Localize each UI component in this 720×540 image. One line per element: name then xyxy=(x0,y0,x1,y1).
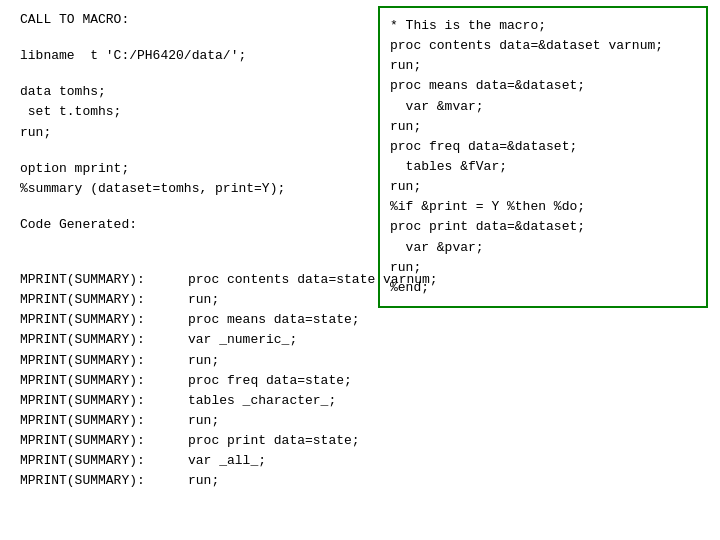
mprint-row-3: MPRINT(SUMMARY):var _numeric_; xyxy=(20,330,710,350)
mprint-row-8: MPRINT(SUMMARY):proc print data=state; xyxy=(20,431,710,451)
macro-line-2: run; xyxy=(390,56,696,76)
code-generated-label: Code Generated: xyxy=(20,215,360,235)
mprint-row-2: MPRINT(SUMMARY):proc means data=state; xyxy=(20,310,710,330)
mprint-label-5: MPRINT(SUMMARY): xyxy=(20,371,188,391)
main-container: CALL TO MACRO: libname t 'C:/PH6420/data… xyxy=(0,0,720,540)
macro-line-8: run; xyxy=(390,177,696,197)
mprint-code-7: run; xyxy=(188,411,710,431)
macro-line-6: proc freq data=&dataset; xyxy=(390,137,696,157)
data-line2: set t.tomhs; xyxy=(20,102,360,122)
mprint-code-5: proc freq data=state; xyxy=(188,371,710,391)
macro-line-3: proc means data=&dataset; xyxy=(390,76,696,96)
mprint-label-3: MPRINT(SUMMARY): xyxy=(20,330,188,350)
mprint-label-4: MPRINT(SUMMARY): xyxy=(20,351,188,371)
block-data: data tomhs; set t.tomhs; run; xyxy=(20,82,360,142)
mprint-code-4: run; xyxy=(188,351,710,371)
mprint-code-8: proc print data=state; xyxy=(188,431,710,451)
mprint-row-5: MPRINT(SUMMARY):proc freq data=state; xyxy=(20,371,710,391)
mprint-row-0: MPRINT(SUMMARY):proc contents data=state… xyxy=(20,270,710,290)
mprint-code-2: proc means data=state; xyxy=(188,310,710,330)
right-panel: * This is the macro;proc contents data=&… xyxy=(378,6,708,308)
mprint-code-10: run; xyxy=(188,471,710,491)
mprint-row-1: MPRINT(SUMMARY):run; xyxy=(20,290,710,310)
macro-line-10: proc print data=&dataset; xyxy=(390,217,696,237)
block-option: option mprint; %summary (dataset=tomhs, … xyxy=(20,159,360,199)
macro-line-9: %if &print = Y %then %do; xyxy=(390,197,696,217)
macro-line-4: var &mvar; xyxy=(390,97,696,117)
data-line1: data tomhs; xyxy=(20,82,360,102)
mprint-row-10: MPRINT(SUMMARY):run; xyxy=(20,471,710,491)
mprint-label-6: MPRINT(SUMMARY): xyxy=(20,391,188,411)
block-call: CALL TO MACRO: xyxy=(20,10,360,30)
option-line1: option mprint; xyxy=(20,159,360,179)
mprint-label-10: MPRINT(SUMMARY): xyxy=(20,471,188,491)
mprint-label-8: MPRINT(SUMMARY): xyxy=(20,431,188,451)
mprint-code-1: run; xyxy=(188,290,710,310)
block-code-generated: Code Generated: xyxy=(20,215,360,235)
left-panel: CALL TO MACRO: libname t 'C:/PH6420/data… xyxy=(20,10,360,251)
mprint-code-3: var _numeric_; xyxy=(188,330,710,350)
mprint-code-0: proc contents data=state varnum; xyxy=(188,270,710,290)
option-line2: %summary (dataset=tomhs, print=Y); xyxy=(20,179,360,199)
mprint-code-6: tables _character_; xyxy=(188,391,710,411)
mprint-label-7: MPRINT(SUMMARY): xyxy=(20,411,188,431)
mprint-row-4: MPRINT(SUMMARY):run; xyxy=(20,351,710,371)
libname-line: libname t 'C:/PH6420/data/'; xyxy=(20,46,360,66)
mprint-label-1: MPRINT(SUMMARY): xyxy=(20,290,188,310)
mprint-row-7: MPRINT(SUMMARY):run; xyxy=(20,411,710,431)
call-line: CALL TO MACRO: xyxy=(20,10,360,30)
mprint-label-2: MPRINT(SUMMARY): xyxy=(20,310,188,330)
macro-line-1: proc contents data=&dataset varnum; xyxy=(390,36,696,56)
mprint-code-9: var _all_; xyxy=(188,451,710,471)
macro-line-0: * This is the macro; xyxy=(390,16,696,36)
macro-line-7: tables &fVar; xyxy=(390,157,696,177)
macro-line-11: var &pvar; xyxy=(390,238,696,258)
macro-line-5: run; xyxy=(390,117,696,137)
bottom-section: MPRINT(SUMMARY):proc contents data=state… xyxy=(20,270,710,492)
mprint-label-0: MPRINT(SUMMARY): xyxy=(20,270,188,290)
block-libname: libname t 'C:/PH6420/data/'; xyxy=(20,46,360,66)
mprint-row-9: MPRINT(SUMMARY):var _all_; xyxy=(20,451,710,471)
mprint-row-6: MPRINT(SUMMARY):tables _character_; xyxy=(20,391,710,411)
mprint-label-9: MPRINT(SUMMARY): xyxy=(20,451,188,471)
data-line3: run; xyxy=(20,123,360,143)
